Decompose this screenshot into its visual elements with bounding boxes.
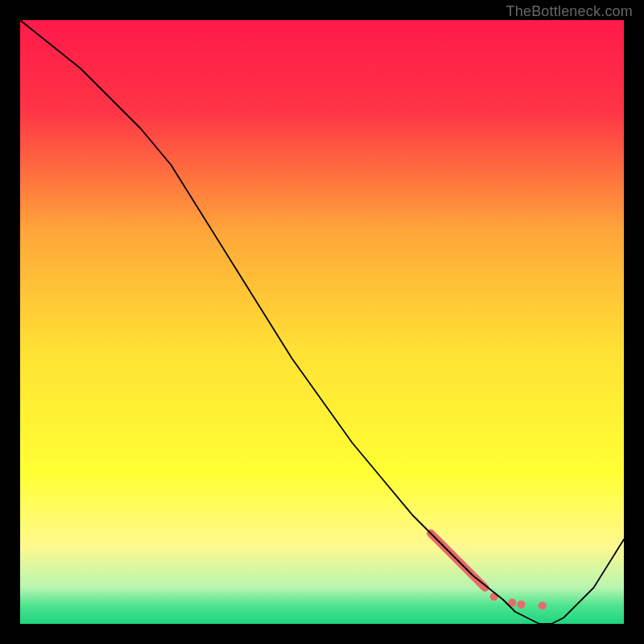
- plot-area: [20, 20, 624, 624]
- highlight-dot: [518, 601, 526, 609]
- gradient-background: [20, 20, 624, 624]
- chart-wrapper: TheBottleneck.com: [0, 0, 644, 644]
- bottleneck-chart: [20, 20, 624, 624]
- highlight-dot: [539, 602, 547, 610]
- attribution-text: TheBottleneck.com: [506, 3, 633, 20]
